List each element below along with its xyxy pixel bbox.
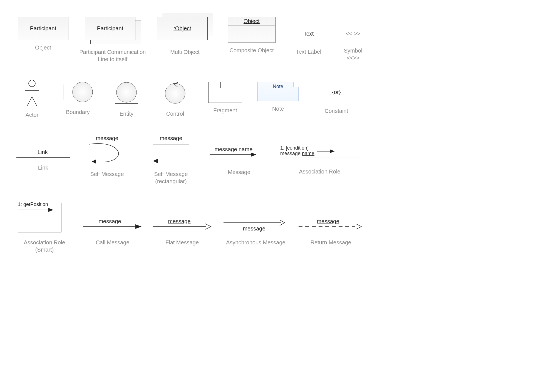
svg-marker-15 bbox=[92, 159, 96, 164]
self-message-rect-icon bbox=[147, 142, 195, 167]
return-message-caption: Return Message bbox=[311, 239, 351, 246]
cell-message: message name Message bbox=[203, 135, 275, 176]
cell-constraint: _{or}_ Constaint bbox=[306, 80, 367, 115]
cell-control: Control bbox=[150, 80, 200, 117]
async-message-icon: message bbox=[222, 218, 289, 234]
note-text: Note bbox=[273, 84, 283, 89]
self-message-caption: Self Message bbox=[90, 170, 124, 178]
fragment-box bbox=[208, 82, 242, 103]
svg-marker-27 bbox=[48, 208, 53, 212]
cell-fragment: Fragment bbox=[200, 80, 250, 114]
cell-async-message: message Asynchronous Message bbox=[217, 202, 295, 246]
boundary-icon bbox=[60, 80, 96, 105]
flat-message-caption: Flat Message bbox=[165, 239, 199, 246]
self-message-rect-caption: Self Message (rectangular) bbox=[154, 170, 188, 185]
self-message-rect-text: message bbox=[160, 135, 182, 142]
participant-label: Participant bbox=[97, 25, 123, 32]
svg-text:1: getPosition: 1: getPosition bbox=[18, 202, 48, 207]
svg-text:message: message bbox=[168, 218, 190, 224]
cell-assoc-role: 1: [condition] message name Association … bbox=[275, 135, 364, 175]
assoc-smart-caption: Association Role (Smart) bbox=[24, 239, 65, 253]
row-icons: Actor Boundary Entity Control Fragmen bbox=[11, 80, 545, 118]
cell-note: Note Note bbox=[250, 80, 306, 112]
constraint-caption: Constaint bbox=[325, 107, 348, 115]
note-caption: Note bbox=[272, 105, 284, 112]
cell-symbol: << >> Symbol <<>> bbox=[334, 17, 373, 61]
control-caption: Control bbox=[166, 110, 184, 117]
self-message-text: message bbox=[96, 135, 118, 142]
symbol-text: << >> bbox=[346, 31, 360, 37]
svg-point-0 bbox=[29, 80, 35, 87]
row-objects: Participant Object Participant Participa… bbox=[11, 17, 545, 63]
cell-multi-object: :Object Multi Object bbox=[150, 17, 220, 56]
svg-point-8 bbox=[116, 82, 136, 102]
assoc-role-icon: 1: [condition] message name bbox=[278, 145, 361, 161]
cell-actor: Actor bbox=[11, 80, 53, 118]
svg-text:message: message bbox=[98, 218, 121, 224]
composite-box: Object bbox=[228, 17, 275, 43]
object-caption: Object bbox=[35, 44, 51, 51]
assoc-smart-icon: 1: getPosition bbox=[17, 202, 72, 235]
cell-flat-message: message Flat Message bbox=[147, 202, 217, 246]
svg-text:message: message bbox=[317, 218, 339, 224]
participant-caption: Participant Communication Line to itself bbox=[80, 48, 146, 63]
note-box: Note bbox=[257, 82, 299, 101]
cell-participant-comm: Participant Participant Communication Li… bbox=[75, 17, 150, 63]
cell-self-message-rect: message Self Message (rectangular) bbox=[139, 135, 203, 185]
cell-return-message: message Return Message bbox=[295, 202, 367, 246]
svg-marker-23 bbox=[330, 149, 335, 153]
cell-object: Participant Object bbox=[11, 17, 75, 51]
participant-stack: Participant bbox=[85, 17, 140, 44]
svg-text:message: message bbox=[243, 225, 265, 232]
row-messages-2: 1: getPosition Association Role (Smart) … bbox=[11, 202, 545, 253]
svg-point-7 bbox=[73, 82, 93, 102]
assoc-role-caption: Association Role bbox=[299, 168, 341, 175]
link-caption: Link bbox=[38, 164, 48, 171]
svg-text:message name: message name bbox=[215, 146, 253, 152]
symbol-caption: Symbol <<>> bbox=[344, 47, 363, 61]
text-label-caption: Text Label bbox=[296, 48, 321, 55]
svg-point-10 bbox=[165, 83, 185, 103]
composite-caption: Composite Object bbox=[230, 47, 274, 54]
multi-object-caption: Multi Object bbox=[170, 48, 200, 56]
link-icon: Link bbox=[15, 149, 71, 160]
link-text: Link bbox=[38, 149, 48, 155]
actor-caption: Actor bbox=[26, 111, 39, 118]
boundary-caption: Boundary bbox=[66, 108, 90, 116]
constraint-icon: _{or}_ bbox=[307, 88, 366, 96]
cell-assoc-smart: 1: getPosition Association Role (Smart) bbox=[11, 202, 78, 253]
actor-icon bbox=[24, 80, 40, 107]
text-label-text: Text bbox=[304, 31, 314, 37]
object-box: Participant bbox=[18, 17, 68, 40]
row-messages-1: Link Link message Self Message message S… bbox=[11, 135, 545, 185]
entity-icon bbox=[113, 80, 140, 106]
call-message-caption: Call Message bbox=[96, 239, 129, 246]
svg-text:_{or}_: _{or}_ bbox=[329, 89, 344, 95]
control-icon bbox=[161, 80, 189, 106]
entity-caption: Entity bbox=[120, 110, 133, 117]
fragment-caption: Fragment bbox=[213, 107, 237, 114]
svg-line-3 bbox=[27, 97, 32, 106]
svg-text:message name: message name bbox=[280, 151, 314, 156]
cell-call-message: message Call Message bbox=[78, 202, 147, 246]
cell-boundary: Boundary bbox=[53, 80, 103, 116]
multi-object-stack: :Object bbox=[157, 17, 213, 44]
object-label: Participant bbox=[30, 25, 56, 32]
message-caption: Message bbox=[228, 168, 250, 176]
call-message-icon: message bbox=[82, 218, 143, 232]
cell-self-message: message Self Message bbox=[75, 135, 139, 178]
return-message-icon: message bbox=[297, 218, 364, 232]
composite-header: Object bbox=[244, 18, 260, 24]
cell-composite: Object Composite Object bbox=[220, 17, 284, 54]
cell-entity: Entity bbox=[103, 80, 150, 117]
svg-marker-30 bbox=[135, 224, 142, 229]
self-message-icon bbox=[83, 142, 131, 167]
multi-object-label: :Object bbox=[173, 25, 191, 32]
message-icon: message name bbox=[209, 146, 270, 160]
svg-line-4 bbox=[32, 97, 37, 106]
cell-link: Link Link bbox=[11, 135, 75, 171]
async-message-caption: Asynchronous Message bbox=[226, 239, 285, 246]
svg-marker-16 bbox=[153, 159, 158, 163]
svg-marker-19 bbox=[251, 153, 256, 157]
cell-text-label: Text Text Label bbox=[284, 17, 334, 55]
